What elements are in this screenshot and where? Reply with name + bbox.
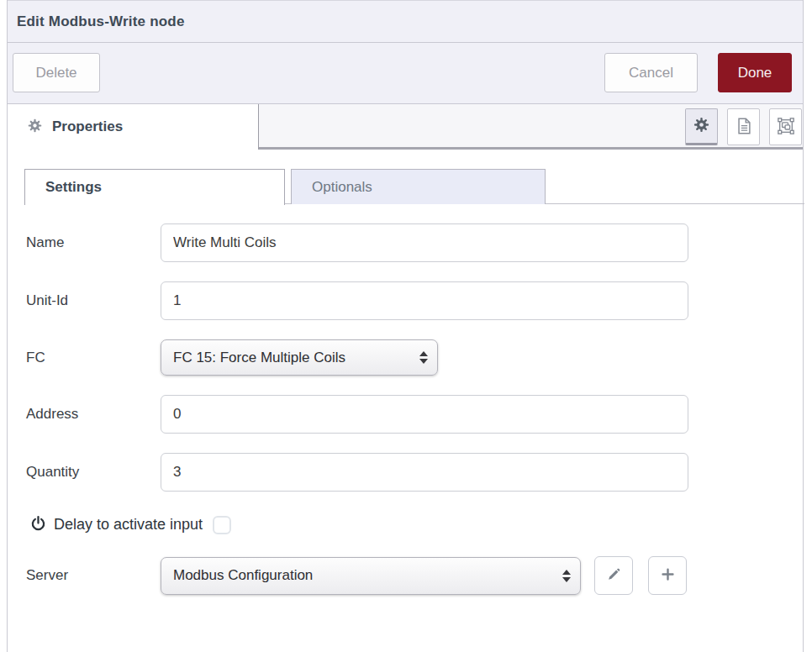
properties-tab-label: Properties [52,118,123,135]
select-arrows-icon [419,351,428,364]
delete-button[interactable]: Delete [13,53,100,92]
address-input[interactable] [161,395,688,434]
edit-node-dialog: Edit Modbus-Write node Delete Cancel Don… [7,0,804,652]
address-row: Address [26,395,803,434]
properties-icon-buttons [685,108,802,145]
tab-settings[interactable]: Settings [24,169,285,205]
dialog-content: Settings Optionals Name Unit-Id FC FC 15… [8,169,803,595]
power-icon [30,515,46,534]
delay-row: Delay to activate input [30,513,803,537]
cancel-button[interactable]: Cancel [604,53,698,92]
plus-icon [660,566,676,585]
server-label: Server [26,567,161,584]
quantity-row: Quantity [26,453,803,492]
add-server-button[interactable] [648,556,687,595]
name-row: Name [26,223,803,262]
unit-id-row: Unit-Id [26,281,803,320]
gear-icon [27,118,43,137]
fc-label: FC [26,350,161,366]
dialog-toolbar: Delete Cancel Done [8,43,803,104]
dialog-title: Edit Modbus-Write node [17,13,185,30]
pencil-icon [606,567,621,585]
fc-select[interactable]: FC 15: Force Multiple Coils [161,339,438,376]
description-pane-button[interactable] [727,108,760,145]
quantity-input[interactable] [161,453,688,492]
fc-row: FC FC 15: Force Multiple Coils [26,339,803,376]
unit-id-input[interactable] [161,281,688,320]
quantity-label: Quantity [26,464,161,481]
delay-checkbox[interactable] [213,516,231,534]
document-icon [735,117,753,138]
done-button[interactable]: Done [718,53,792,92]
dialog-header: Edit Modbus-Write node [8,0,803,43]
form-tabs: Settings Optionals [24,169,804,204]
properties-pane-button[interactable] [685,108,718,145]
toolbar-right-group: Cancel Done [604,53,792,92]
server-select-value: Modbus Configuration [173,567,313,584]
edit-server-button[interactable] [594,556,633,595]
unit-id-label: Unit-Id [26,292,161,309]
address-label: Address [26,406,161,423]
delay-label: Delay to activate input [54,516,203,534]
server-select[interactable]: Modbus Configuration [161,557,581,595]
server-row: Server Modbus Configuration [26,556,803,595]
object-group-icon [777,117,795,138]
appearance-pane-button[interactable] [769,108,802,145]
tab-optionals[interactable]: Optionals [291,169,546,204]
name-input[interactable] [161,223,688,262]
fc-select-value: FC 15: Force Multiple Coils [173,350,345,366]
properties-bar: Properties [8,104,803,150]
name-label: Name [26,234,161,251]
select-arrows-icon [562,570,571,582]
tab-settings-label: Settings [45,179,102,196]
tab-optionals-label: Optionals [312,179,372,196]
gear-icon [693,116,710,136]
tab-properties[interactable]: Properties [8,104,259,150]
